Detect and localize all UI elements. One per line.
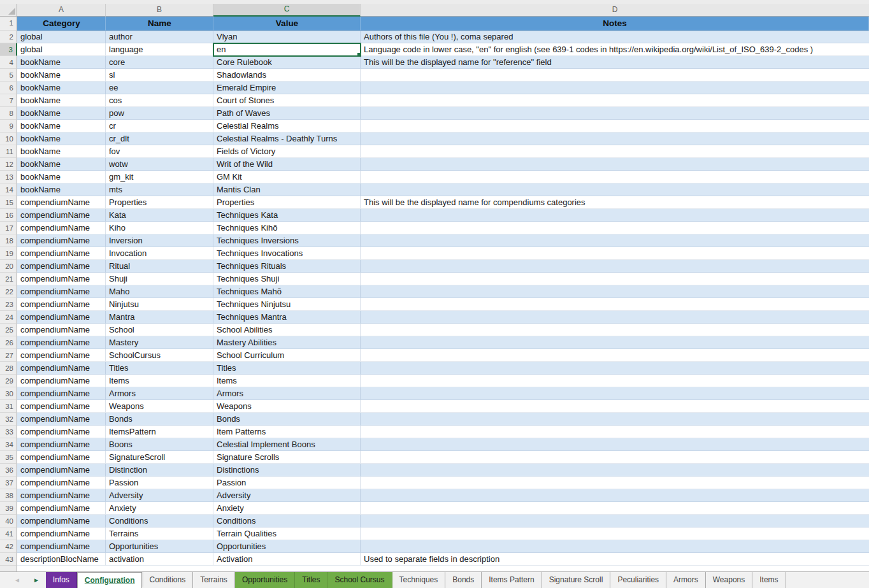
cell[interactable]: Anxiety — [106, 502, 213, 515]
row-number[interactable]: 1 — [0, 17, 17, 31]
cell[interactable]: Techniques Rituals — [213, 260, 361, 273]
cell[interactable] — [361, 82, 869, 94]
cell[interactable]: core — [106, 56, 213, 69]
cell[interactable]: Items — [213, 375, 361, 387]
cell[interactable] — [361, 133, 869, 145]
row-number[interactable]: 32 — [0, 413, 17, 426]
sheet-tab-opportunities[interactable]: Opportunities — [235, 572, 295, 588]
cell[interactable]: Mastery — [106, 336, 213, 349]
row-number[interactable]: 23 — [0, 298, 17, 311]
cell[interactable]: Maho — [106, 285, 213, 298]
cell[interactable]: language — [106, 43, 213, 56]
cell[interactable]: global — [17, 31, 106, 43]
row-number[interactable]: 6 — [0, 82, 17, 94]
cell[interactable] — [361, 464, 869, 477]
cell[interactable] — [361, 120, 869, 133]
cell[interactable]: Court of Stones — [213, 94, 361, 107]
cell[interactable]: Core Rulebook — [213, 56, 361, 69]
row-number[interactable]: 15 — [0, 196, 17, 209]
cell[interactable]: Techniques Mahõ — [213, 285, 361, 298]
cell[interactable]: Bonds — [213, 413, 361, 426]
cell[interactable] — [361, 69, 869, 82]
cell[interactable]: Distinction — [106, 464, 213, 477]
cell[interactable]: cr — [106, 120, 213, 133]
cell[interactable]: compendiumName — [17, 336, 106, 349]
row-number[interactable]: 33 — [0, 426, 17, 438]
cell[interactable]: Kata — [106, 209, 213, 222]
cell[interactable]: Fields of Victory — [213, 145, 361, 158]
cell[interactable]: This will be the displayed name for comp… — [361, 196, 869, 209]
cell[interactable]: activation — [106, 553, 213, 566]
cell[interactable]: compendiumName — [17, 387, 106, 400]
cell[interactable]: Shuji — [106, 273, 213, 285]
cell[interactable]: Conditions — [213, 515, 361, 527]
cell[interactable]: compendiumName — [17, 311, 106, 324]
sheet-tab-configuration[interactable]: Configuration — [77, 572, 143, 588]
cell[interactable]: bookName — [17, 145, 106, 158]
cell[interactable]: Properties — [106, 196, 213, 209]
cell[interactable]: School Curriculum — [213, 349, 361, 362]
row-number[interactable]: 16 — [0, 209, 17, 222]
row-number[interactable]: 12 — [0, 158, 17, 171]
cell[interactable]: Invocation — [106, 247, 213, 260]
cell[interactable]: Armors — [213, 387, 361, 400]
select-all-corner[interactable] — [0, 4, 17, 17]
cell[interactable]: Techniques Invocations — [213, 247, 361, 260]
row-number[interactable]: 8 — [0, 107, 17, 120]
cell[interactable]: compendiumName — [17, 527, 106, 540]
cell[interactable]: Terrains — [106, 527, 213, 540]
cell[interactable]: compendiumName — [17, 362, 106, 375]
cell[interactable]: compendiumName — [17, 375, 106, 387]
cell[interactable]: Adversity — [213, 489, 361, 502]
row-number[interactable]: 35 — [0, 451, 17, 464]
cell[interactable]: Kiho — [106, 222, 213, 234]
column-header-d[interactable]: D — [361, 4, 869, 17]
cell[interactable]: Celestial Implement Boons — [213, 438, 361, 451]
cell[interactable] — [361, 438, 869, 451]
cell[interactable]: Inversion — [106, 234, 213, 247]
cell[interactable]: wotw — [106, 158, 213, 171]
cell[interactable]: Passion — [106, 477, 213, 489]
row-number[interactable]: 36 — [0, 464, 17, 477]
cell[interactable]: Mastery Abilities — [213, 336, 361, 349]
cell[interactable]: bookName — [17, 158, 106, 171]
cell[interactable]: Weapons — [213, 400, 361, 413]
cell[interactable]: Adversity — [106, 489, 213, 502]
row-number[interactable]: 3 — [0, 43, 17, 56]
row-number[interactable]: 31 — [0, 400, 17, 413]
cell[interactable] — [361, 362, 869, 375]
row-number[interactable]: 17 — [0, 222, 17, 234]
cell[interactable]: bookName — [17, 107, 106, 120]
cell[interactable]: Boons — [106, 438, 213, 451]
cell[interactable] — [361, 426, 869, 438]
cell[interactable] — [361, 247, 869, 260]
row-number[interactable]: 43 — [0, 553, 17, 566]
cell[interactable]: Opportunities — [213, 540, 361, 553]
sheet-tab-school-cursus[interactable]: School Cursus — [327, 572, 392, 588]
cell[interactable]: cr_dlt — [106, 133, 213, 145]
cell[interactable]: compendiumName — [17, 540, 106, 553]
cell[interactable] — [361, 158, 869, 171]
header-cell-notes[interactable]: Notes — [361, 17, 869, 31]
sheet-tab-items[interactable]: Items — [752, 572, 786, 588]
cell[interactable] — [361, 527, 869, 540]
cell[interactable]: compendiumName — [17, 260, 106, 273]
cell[interactable]: Ritual — [106, 260, 213, 273]
row-number[interactable]: 30 — [0, 387, 17, 400]
cell[interactable]: descriptionBlocName — [17, 553, 106, 566]
cell[interactable]: bookName — [17, 133, 106, 145]
cell[interactable]: bookName — [17, 82, 106, 94]
row-number[interactable]: 7 — [0, 94, 17, 107]
cell[interactable] — [361, 311, 869, 324]
row-number[interactable]: 39 — [0, 502, 17, 515]
cell[interactable]: compendiumName — [17, 222, 106, 234]
sheet-tab-terrains[interactable]: Terrains — [193, 572, 235, 588]
cell[interactable]: fov — [106, 145, 213, 158]
cell[interactable]: compendiumName — [17, 209, 106, 222]
cell[interactable] — [361, 260, 869, 273]
cell[interactable]: This will be the displayed name for "ref… — [361, 56, 869, 69]
cell[interactable] — [361, 349, 869, 362]
cell[interactable]: Terrain Qualities — [213, 527, 361, 540]
row-number[interactable]: 11 — [0, 145, 17, 158]
cell[interactable]: compendiumName — [17, 502, 106, 515]
